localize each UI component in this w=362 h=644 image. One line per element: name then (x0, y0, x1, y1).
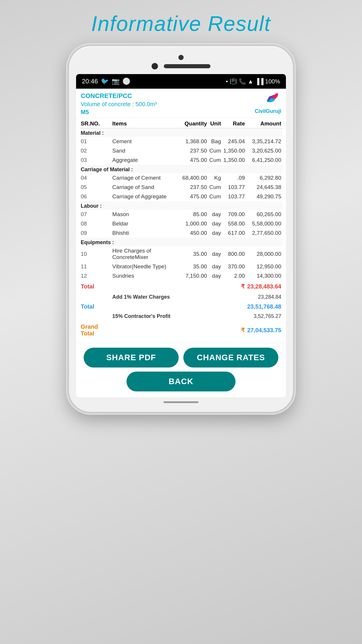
instagram-icon: 📷 (112, 78, 120, 85)
app-grade: M5 (81, 109, 157, 116)
section-header-row: Labour : (80, 201, 282, 210)
subtotal-label: Total (80, 302, 111, 312)
total-empty-1 (111, 281, 181, 292)
phone-shell: 20:46 🐦 📷 ⚪ • 📳 📞 ▲ ▐▐ 100% CONCRETE/PCC… (67, 44, 295, 414)
logo-text: CivilGuruji (255, 108, 281, 114)
header-left: CONCRETE/PCC Volume of concrete : 500.0m… (81, 92, 157, 116)
grand-total-label: Grand Total (80, 321, 111, 339)
profit-empty (80, 312, 111, 321)
section-header-row: Equipments : (80, 238, 282, 246)
total-rupee: ₹ (222, 281, 246, 292)
subtotal-row: Total 23,51,768.48 (80, 302, 282, 312)
home-indicator (164, 401, 198, 403)
status-right: • 📳 📞 ▲ ▐▐ 100% (226, 78, 280, 85)
app-subtitle: Volume of concrete : 500.0m³ (81, 101, 157, 108)
grand-empty-3 (208, 321, 222, 339)
subtotal-amount: 23,51,768.48 (246, 302, 282, 312)
table-row: 02Sand237.50Cum1,350.003,20,625.00 (80, 146, 282, 155)
col-amount: Amount (246, 118, 282, 128)
phone-screen: 20:46 🐦 📷 ⚪ • 📳 📞 ▲ ▐▐ 100% CONCRETE/PCC… (76, 74, 286, 397)
total-row: Total ₹ 23,28,483.64 (80, 281, 282, 292)
profit-label: 15% Contractor's Profit (111, 312, 246, 321)
sub-empty-3 (208, 302, 222, 312)
profit-row: 15% Contractor's Profit 3,52,765.27 (80, 312, 282, 321)
signal-icon: ▐▐ (255, 78, 263, 85)
table-area[interactable]: SR.NO. Items Quantity Unit Rate Amount M… (76, 118, 286, 343)
change-rates-button[interactable]: CHANGE RATES (183, 348, 278, 368)
total-amount: 23,28,483.64 (246, 281, 282, 292)
water-empty (80, 292, 111, 302)
logo-svg (256, 92, 280, 108)
share-pdf-button[interactable]: SHARE PDF (84, 348, 179, 368)
data-table: SR.NO. Items Quantity Unit Rate Amount M… (80, 118, 282, 339)
phone-top (75, 55, 287, 69)
grand-empty-1 (111, 321, 181, 339)
sub-empty-2 (181, 302, 208, 312)
total-empty-2 (181, 281, 208, 292)
water-charges-label: Add 1% Water Charges (111, 292, 246, 302)
col-items: Items (111, 118, 181, 128)
page-title: Informative Result (91, 12, 271, 36)
table-row: 04Carriage of Cement68,400.00Kg.096,292.… (80, 173, 282, 183)
twitter-icon: 🐦 (101, 78, 109, 85)
table-row: 03Aggregate475.00Cum1,350.006,41,250.00 (80, 155, 282, 165)
button-row-2: BACK (82, 372, 280, 391)
water-charges-row: Add 1% Water Charges 23,284.84 (80, 292, 282, 302)
total-label: Total (80, 281, 111, 292)
table-row: 10Hire Charges of ConcreteMixer35.00day8… (80, 246, 282, 262)
col-rate: Rate (222, 118, 246, 128)
app-header: CONCRETE/PCC Volume of concrete : 500.0m… (76, 89, 286, 118)
col-unit: Unit (208, 118, 222, 128)
battery-icon: 100% (265, 78, 280, 85)
camera-dot (178, 55, 184, 60)
vibrate-icon: 📳 (230, 78, 237, 85)
front-camera-icon (152, 63, 158, 69)
button-row-1: SHARE PDF CHANGE RATES (82, 348, 280, 368)
app-title: CONCRETE/PCC (81, 92, 157, 100)
back-button[interactable]: BACK (126, 372, 236, 391)
table-row: 01Cement1,368.00Bag245.043,35,214.72 (80, 137, 282, 146)
section-header-row: Carriage of Material : (80, 165, 282, 173)
wifi-icon: ▲ (248, 78, 254, 85)
grand-empty-2 (181, 321, 208, 339)
logo-area: CivilGuruji (255, 92, 281, 114)
table-row: 09Bhishti450.00day617.002,77,650.00 (80, 228, 282, 238)
sub-empty-4 (222, 302, 246, 312)
col-quantity: Quantity (181, 118, 208, 128)
table-row: 07Mason85.00day709.0060,265.00 (80, 210, 282, 219)
profit-amount: 3,52,765.27 (246, 312, 282, 321)
table-row: 08Beldar1,000.00day558.005,58,000.00 (80, 219, 282, 228)
table-row: 06Carriage of Aggregate475.00Cum103.7749… (80, 192, 282, 201)
circle-icon: ⚪ (122, 78, 130, 85)
phone-buttons: SHARE PDF CHANGE RATES BACK (76, 343, 286, 397)
call-icon: 📞 (239, 78, 246, 85)
total-empty-3 (208, 281, 222, 292)
status-left: 20:46 🐦 📷 ⚪ (82, 78, 130, 85)
col-srno: SR.NO. (80, 118, 111, 128)
table-row: 05Carriage of Sand237.50Cum103.7724,645.… (80, 183, 282, 192)
table-row: 11Vibrator(Needle Type)35.00day370.0012,… (80, 262, 282, 271)
logo-brand: CivilGuruji (255, 108, 281, 114)
speaker-bar (164, 64, 210, 68)
section-header-row: Material : (80, 128, 282, 137)
sub-empty-1 (111, 302, 181, 312)
grand-total-amount: 27,04,533.75 (246, 321, 282, 339)
dot-icon: • (226, 78, 228, 85)
status-time: 20:46 (82, 78, 98, 85)
grand-total-row: Grand Total ₹ 27,04,533.75 (80, 321, 282, 339)
water-charges-amount: 23,284.84 (246, 292, 282, 302)
grand-total-rupee: ₹ (222, 321, 246, 339)
table-row: 12Sundries7,150.00day2.0014,300.00 (80, 271, 282, 281)
status-bar: 20:46 🐦 📷 ⚪ • 📳 📞 ▲ ▐▐ 100% (76, 74, 286, 89)
